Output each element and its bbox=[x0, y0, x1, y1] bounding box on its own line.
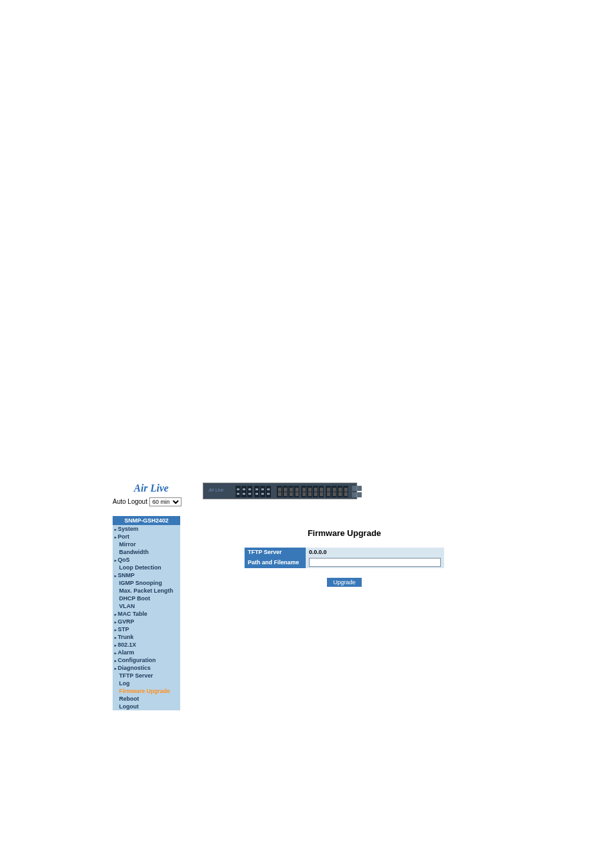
upgrade-button[interactable]: Upgrade bbox=[327, 578, 362, 587]
port-jack bbox=[294, 486, 299, 497]
port-led-block bbox=[254, 486, 259, 497]
nav-firmware-upgrade[interactable]: Firmware Upgrade bbox=[113, 687, 180, 695]
nav-tftp-server[interactable]: TFTP Server bbox=[113, 672, 180, 679]
nav-system[interactable]: System bbox=[113, 525, 180, 533]
port-jack bbox=[331, 486, 337, 497]
nav-qos[interactable]: QoS bbox=[113, 556, 180, 564]
port-led-block bbox=[247, 486, 252, 497]
auto-logout-label: Auto Logout bbox=[113, 498, 147, 505]
nav-loop-detection[interactable]: Loop Detection bbox=[113, 564, 180, 571]
path-filename-label: Path and Filename bbox=[245, 557, 306, 568]
nav-port[interactable]: Port bbox=[113, 533, 180, 540]
port-jack bbox=[283, 486, 288, 497]
nav-diagnostics[interactable]: Diagnostics bbox=[113, 664, 180, 672]
nav-igmp-snooping[interactable]: IGMP Snooping bbox=[113, 579, 180, 587]
auto-logout-select[interactable]: 60 min bbox=[149, 497, 181, 506]
port-led-block bbox=[260, 486, 265, 497]
nav-header: SNMP-GSH2402 bbox=[113, 516, 180, 525]
sidebar-nav: SNMP-GSH2402 System Port Mirror Bandwidt… bbox=[113, 516, 180, 710]
port-led-block bbox=[236, 486, 241, 497]
auto-logout-row: Auto Logout 60 min bbox=[113, 497, 190, 506]
nav-bandwidth[interactable]: Bandwidth bbox=[113, 548, 180, 556]
nav-stp[interactable]: STP bbox=[113, 625, 180, 633]
path-filename-input[interactable] bbox=[309, 558, 441, 567]
port-jack bbox=[301, 486, 306, 497]
nav-logout[interactable]: Logout bbox=[113, 703, 180, 710]
nav-log[interactable]: Log bbox=[113, 679, 180, 687]
page-title: Firmware Upgrade bbox=[203, 528, 486, 538]
nav-reboot[interactable]: Reboot bbox=[113, 695, 180, 703]
port-jack bbox=[288, 486, 293, 497]
port-jack bbox=[343, 486, 348, 497]
sfp-group bbox=[352, 486, 362, 497]
port-jack bbox=[313, 486, 318, 497]
nav-mac-table[interactable]: MAC Table bbox=[113, 610, 180, 618]
switch-diagram: Air Live bbox=[203, 483, 357, 499]
nav-alarm[interactable]: Alarm bbox=[113, 649, 180, 656]
nav-dhcp-boot[interactable]: DHCP Boot bbox=[113, 595, 180, 602]
nav-snmp[interactable]: SNMP bbox=[113, 571, 180, 579]
nav-trunk[interactable]: Trunk bbox=[113, 633, 180, 641]
port-jack bbox=[277, 486, 282, 497]
nav-configuration[interactable]: Configuration bbox=[113, 656, 180, 664]
logo: Air Live bbox=[113, 483, 190, 494]
tftp-server-value: 0.0.0.0 bbox=[306, 548, 444, 557]
nav-max-packet-length[interactable]: Max. Packet Length bbox=[113, 587, 180, 595]
port-jack bbox=[337, 486, 342, 497]
tftp-server-label: TFTP Server bbox=[245, 548, 306, 557]
port-jack bbox=[326, 486, 331, 497]
switch-brand-label: Air Live bbox=[209, 488, 223, 492]
port-jack bbox=[307, 486, 312, 497]
nav-gvrp[interactable]: GVRP bbox=[113, 618, 180, 625]
switch-ports bbox=[236, 486, 362, 497]
port-led-block bbox=[241, 486, 247, 497]
nav-mirror[interactable]: Mirror bbox=[113, 540, 180, 548]
nav-vlan[interactable]: VLAN bbox=[113, 602, 180, 610]
port-jack bbox=[319, 486, 324, 497]
firmware-form-table: TFTP Server 0.0.0.0 Path and Filename bbox=[245, 548, 444, 568]
nav-8021x[interactable]: 802.1X bbox=[113, 641, 180, 649]
logo-brand: Air Live bbox=[113, 483, 190, 494]
port-led-block bbox=[266, 486, 271, 497]
